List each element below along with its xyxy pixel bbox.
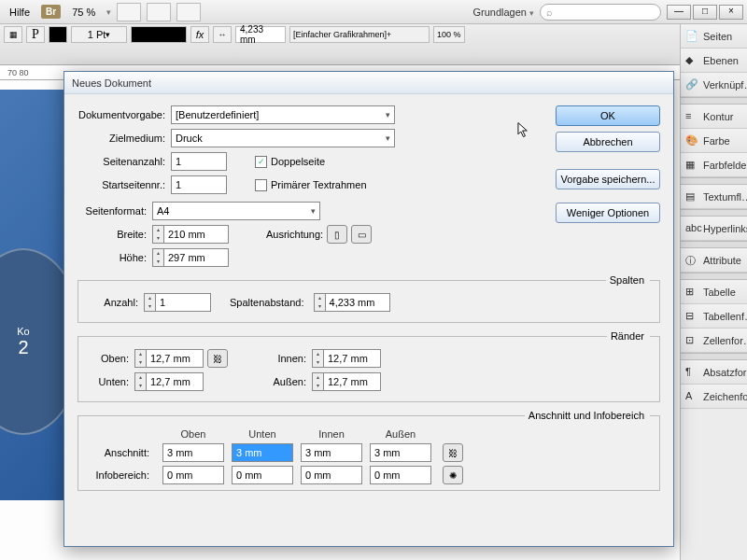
pct-field[interactable]: 100 % xyxy=(433,26,465,43)
search-input[interactable]: ⌕ xyxy=(540,4,661,21)
ok-button[interactable]: OK xyxy=(556,105,660,126)
panel-seiten[interactable]: 📄Seiten xyxy=(681,24,747,49)
preset-combo[interactable]: [Benutzerdefiniert] xyxy=(171,105,395,124)
count-label: Anzahl: xyxy=(88,297,144,308)
panel-hyperlinks[interactable]: abcHyperlinks xyxy=(681,217,747,241)
bleed-bottom-input[interactable]: 3 mm xyxy=(232,443,293,462)
medium-combo[interactable]: Druck xyxy=(171,129,395,147)
panel-icon: ◆ xyxy=(685,54,698,67)
height-input[interactable]: 297 mm xyxy=(163,248,229,267)
pages-input[interactable]: 1 xyxy=(171,152,227,171)
stroke-dropdown[interactable]: 1 Pt ▾ xyxy=(71,26,127,43)
measure-icon[interactable]: ↔ xyxy=(213,26,232,43)
bleed-inside-input[interactable]: 3 mm xyxy=(301,443,362,462)
bleed-top-input[interactable]: 3 mm xyxy=(162,443,224,462)
minimize-button[interactable]: — xyxy=(667,5,691,20)
panel-kontur[interactable]: ≡Kontur xyxy=(681,105,747,129)
mbottom-spinner[interactable]: ▴▾ xyxy=(134,372,146,391)
fewer-options-button[interactable]: Weniger Optionen xyxy=(556,203,660,223)
panel-icon: ⓘ xyxy=(685,254,698,267)
moutside-input[interactable]: 12,7 mm xyxy=(323,372,381,391)
fx-icon[interactable]: fx xyxy=(190,26,209,43)
count-spinner[interactable]: ▴▾ xyxy=(144,293,155,312)
moutside-spinner[interactable]: ▴▾ xyxy=(312,372,323,391)
panel-icon: A xyxy=(685,390,698,403)
link-bleed-icon[interactable]: ⛓ xyxy=(443,443,463,462)
tool-icon[interactable]: ▦ xyxy=(4,26,22,43)
view-icon-3[interactable] xyxy=(176,3,201,21)
panel-ebenen[interactable]: ◆Ebenen xyxy=(681,49,747,73)
panel-label: Zellenfor… xyxy=(703,335,747,346)
portrait-icon[interactable]: ▯ xyxy=(327,225,347,244)
panel-label: Tabelle xyxy=(703,287,736,298)
panel-icon: abc xyxy=(685,222,698,235)
panel-icon: ≡ xyxy=(685,110,698,123)
panel-label: Farbfelder xyxy=(703,160,747,171)
workspace-switcher[interactable]: Grundlagen ▾ xyxy=(472,7,534,18)
main-menubar: Hilfe Br 75 %▾ Grundlagen ▾ ⌕ — □ × xyxy=(0,0,747,24)
panel-zeichenfo…[interactable]: AZeichenfo… xyxy=(681,385,747,409)
col-inside: Innen xyxy=(301,428,362,440)
panel-icon: 🔗 xyxy=(685,78,698,91)
maximize-button[interactable]: □ xyxy=(693,5,717,20)
save-preset-button[interactable]: Vorgabe speichern... xyxy=(556,169,660,189)
panel-verknüpf…[interactable]: 🔗Verknüpf… xyxy=(681,73,747,97)
dialog-title: Neues Dokument xyxy=(64,72,673,94)
minside-spinner[interactable]: ▴▾ xyxy=(312,349,323,368)
panel-icon: ¶ xyxy=(685,366,698,379)
count-input[interactable]: 1 xyxy=(155,293,211,312)
cancel-button[interactable]: Abbrechen xyxy=(556,132,660,152)
panel-farbe[interactable]: 🎨Farbe xyxy=(681,129,747,153)
slug-inside-input[interactable]: 0 mm xyxy=(301,466,362,484)
fill-swatch[interactable] xyxy=(49,26,67,43)
panel-tabelle[interactable]: ⊞Tabelle xyxy=(681,280,747,304)
link-slug-icon[interactable]: ✺ xyxy=(443,466,463,484)
width-spinner[interactable]: ▴▾ xyxy=(152,225,163,244)
panel-label: Verknüpf… xyxy=(703,79,747,91)
bleed-outside-input[interactable]: 3 mm xyxy=(370,443,431,462)
slug-bottom-input[interactable]: 0 mm xyxy=(232,466,293,484)
landscape-icon[interactable]: ▭ xyxy=(351,225,372,244)
link-margins-icon[interactable]: ⛓ xyxy=(207,349,228,368)
measure-field[interactable]: 4,233 mm xyxy=(235,26,286,43)
stroke-preview xyxy=(131,26,187,43)
slug-outside-input[interactable]: 0 mm xyxy=(370,466,431,484)
zoom-level[interactable]: 75 % xyxy=(66,5,101,20)
slug-top-input[interactable]: 0 mm xyxy=(162,466,224,484)
mtop-spinner[interactable]: ▴▾ xyxy=(134,349,146,368)
mtop-label: Oben: xyxy=(88,353,134,364)
gutter-input[interactable]: 4,233 mm xyxy=(325,293,390,312)
close-button[interactable]: × xyxy=(719,5,743,20)
columns-fieldset: Spalten Anzahl: ▴▾1 Spaltenabstand: ▴▾4,… xyxy=(78,274,660,323)
minside-input[interactable]: 12,7 mm xyxy=(323,349,381,368)
start-input[interactable]: 1 xyxy=(171,175,227,194)
panel-tabellenf…[interactable]: ⊟Tabellenf… xyxy=(681,304,747,329)
control-toolbar: ▦ P 1 Pt ▾ fx ↔ 4,233 mm [Einfacher Graf… xyxy=(0,24,747,65)
panel-attribute[interactable]: ⓘAttribute xyxy=(681,248,747,273)
panel-absatzfor…[interactable]: ¶Absatzfor… xyxy=(681,360,747,385)
margins-fieldset: Ränder Oben: ▴▾12,7 mm ⛓ Innen: ▴▾12,7 m… xyxy=(78,330,660,402)
panel-farbfelder[interactable]: ▦Farbfelder xyxy=(681,153,747,177)
width-input[interactable]: 210 mm xyxy=(163,225,229,244)
panel-icon: 🎨 xyxy=(685,134,698,147)
orient-label: Ausrichtung: xyxy=(266,229,323,240)
frame-style[interactable]: [Einfacher Grafikrahmen]+ xyxy=(289,26,430,43)
facing-checkbox[interactable]: ✓ xyxy=(255,156,267,168)
view-icon-1[interactable] xyxy=(117,3,141,21)
view-icon-2[interactable] xyxy=(147,3,171,21)
col-top: Oben xyxy=(162,428,224,440)
height-spinner[interactable]: ▴▾ xyxy=(152,248,163,267)
gutter-label: Spaltenabstand: xyxy=(230,297,310,308)
panel-label: Hyperlinks xyxy=(703,223,747,234)
gutter-spinner[interactable]: ▴▾ xyxy=(314,293,325,312)
mbottom-input[interactable]: 12,7 mm xyxy=(146,372,204,391)
textframe-checkbox[interactable] xyxy=(255,179,267,191)
help-menu[interactable]: Hilfe xyxy=(4,4,35,21)
char-icon[interactable]: P xyxy=(26,26,45,43)
panel-zellenfor…[interactable]: ⊡Zellenfor… xyxy=(681,329,747,353)
mtop-input[interactable]: 12,7 mm xyxy=(146,349,204,368)
bridge-button[interactable]: Br xyxy=(41,5,61,19)
panel-label: Tabellenf… xyxy=(703,311,747,322)
format-combo[interactable]: A4 xyxy=(152,202,320,220)
panel-textumfl…[interactable]: ▤Textumfl… xyxy=(681,185,747,209)
